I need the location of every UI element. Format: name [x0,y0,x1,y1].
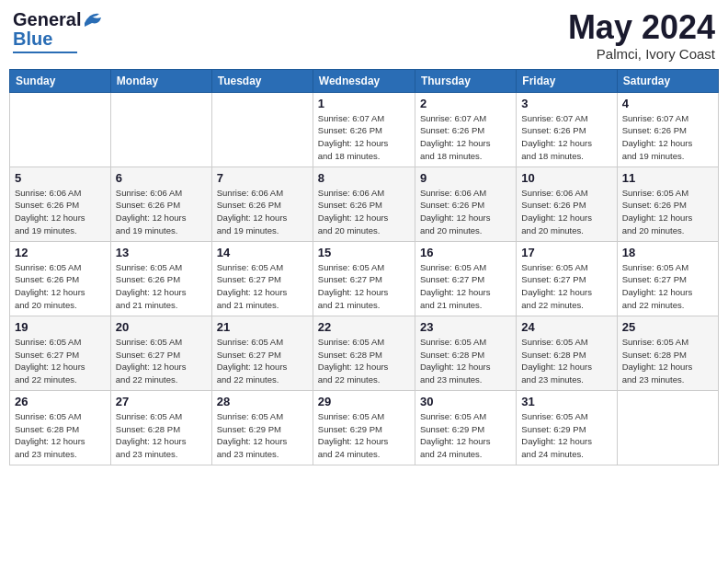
table-row: 10Sunrise: 6:06 AM Sunset: 6:26 PM Dayli… [517,167,617,241]
month-title: May 2024 [568,9,715,46]
day-number: 3 [521,97,611,110]
day-info: Sunrise: 6:05 AM Sunset: 6:28 PM Dayligh… [622,336,713,386]
day-info: Sunrise: 6:05 AM Sunset: 6:27 PM Dayligh… [217,336,308,386]
table-row: 7Sunrise: 6:06 AM Sunset: 6:26 PM Daylig… [211,167,313,241]
table-row: 16Sunrise: 6:05 AM Sunset: 6:27 PM Dayli… [415,241,516,316]
table-row: 17Sunrise: 6:05 AM Sunset: 6:27 PM Dayli… [517,241,617,316]
day-info: Sunrise: 6:06 AM Sunset: 6:26 PM Dayligh… [15,187,106,237]
day-info: Sunrise: 6:05 AM Sunset: 6:28 PM Dayligh… [420,336,511,386]
logo: General Blue [13,9,103,53]
day-number: 30 [420,395,511,408]
day-info: Sunrise: 6:05 AM Sunset: 6:28 PM Dayligh… [521,336,611,386]
table-row: 12Sunrise: 6:05 AM Sunset: 6:26 PM Dayli… [10,241,111,316]
day-number: 10 [521,171,611,185]
day-number: 26 [15,395,106,408]
day-info: Sunrise: 6:05 AM Sunset: 6:27 PM Dayligh… [217,261,308,312]
day-info: Sunrise: 6:05 AM Sunset: 6:29 PM Dayligh… [318,410,410,461]
day-number: 19 [15,320,106,334]
day-number: 7 [217,171,308,185]
day-info: Sunrise: 6:05 AM Sunset: 6:26 PM Dayligh… [15,261,106,312]
title-area: May 2024 Palmci, Ivory Coast [568,9,715,62]
table-row: 19Sunrise: 6:05 AM Sunset: 6:27 PM Dayli… [10,316,111,390]
day-number: 12 [15,246,106,259]
day-number: 14 [217,246,308,259]
table-row: 14Sunrise: 6:05 AM Sunset: 6:27 PM Dayli… [211,241,313,316]
header-friday: Friday [517,69,617,92]
table-row: 29Sunrise: 6:05 AM Sunset: 6:29 PM Dayli… [313,390,415,465]
calendar-header-row: Sunday Monday Tuesday Wednesday Thursday… [10,69,719,92]
day-info: Sunrise: 6:05 AM Sunset: 6:26 PM Dayligh… [622,187,713,237]
day-info: Sunrise: 6:05 AM Sunset: 6:26 PM Dayligh… [116,261,207,312]
day-number: 16 [420,246,511,259]
table-row: 13Sunrise: 6:05 AM Sunset: 6:26 PM Dayli… [110,241,211,316]
day-info: Sunrise: 6:05 AM Sunset: 6:27 PM Dayligh… [521,261,611,312]
day-number: 5 [15,171,106,185]
day-number: 8 [318,171,410,185]
day-number: 11 [622,171,713,185]
day-info: Sunrise: 6:05 AM Sunset: 6:27 PM Dayligh… [15,336,106,386]
day-number: 18 [622,246,713,259]
header-monday: Monday [110,69,211,92]
day-number: 1 [318,97,410,110]
day-info: Sunrise: 6:05 AM Sunset: 6:27 PM Dayligh… [318,261,410,312]
day-info: Sunrise: 6:06 AM Sunset: 6:26 PM Dayligh… [521,187,611,237]
table-row: 3Sunrise: 6:07 AM Sunset: 6:26 PM Daylig… [517,92,617,167]
table-row [110,92,211,167]
day-info: Sunrise: 6:05 AM Sunset: 6:27 PM Dayligh… [116,336,207,386]
day-number: 23 [420,320,511,334]
logo-blue: Blue [13,29,52,50]
logo-underline [13,52,77,53]
table-row: 6Sunrise: 6:06 AM Sunset: 6:26 PM Daylig… [110,167,211,241]
day-info: Sunrise: 6:05 AM Sunset: 6:28 PM Dayligh… [116,410,207,461]
day-number: 31 [521,395,611,408]
day-number: 25 [622,320,713,334]
table-row: 24Sunrise: 6:05 AM Sunset: 6:28 PM Dayli… [517,316,617,390]
logo-bird-icon [83,10,103,27]
table-row: 11Sunrise: 6:05 AM Sunset: 6:26 PM Dayli… [617,167,718,241]
table-row: 31Sunrise: 6:05 AM Sunset: 6:29 PM Dayli… [517,390,617,465]
day-number: 9 [420,171,511,185]
day-number: 4 [622,97,713,110]
day-info: Sunrise: 6:07 AM Sunset: 6:26 PM Dayligh… [622,112,713,163]
logo-general: General [13,9,81,30]
day-info: Sunrise: 6:05 AM Sunset: 6:28 PM Dayligh… [318,336,410,386]
header-tuesday: Tuesday [211,69,313,92]
table-row: 21Sunrise: 6:05 AM Sunset: 6:27 PM Dayli… [211,316,313,390]
day-number: 27 [116,395,207,408]
header-saturday: Saturday [617,69,718,92]
calendar-table: Sunday Monday Tuesday Wednesday Thursday… [9,69,719,465]
table-row: 9Sunrise: 6:06 AM Sunset: 6:26 PM Daylig… [415,167,516,241]
table-row: 1Sunrise: 6:07 AM Sunset: 6:26 PM Daylig… [313,92,415,167]
table-row [10,92,111,167]
table-row: 15Sunrise: 6:05 AM Sunset: 6:27 PM Dayli… [313,241,415,316]
table-row: 2Sunrise: 6:07 AM Sunset: 6:26 PM Daylig… [415,92,516,167]
day-number: 15 [318,246,410,259]
day-number: 17 [521,246,611,259]
day-number: 20 [116,320,207,334]
table-row: 27Sunrise: 6:05 AM Sunset: 6:28 PM Dayli… [110,390,211,465]
table-row: 23Sunrise: 6:05 AM Sunset: 6:28 PM Dayli… [415,316,516,390]
day-info: Sunrise: 6:05 AM Sunset: 6:29 PM Dayligh… [217,410,308,461]
day-info: Sunrise: 6:07 AM Sunset: 6:26 PM Dayligh… [318,112,410,163]
day-info: Sunrise: 6:07 AM Sunset: 6:26 PM Dayligh… [420,112,511,163]
header-sunday: Sunday [10,69,111,92]
day-info: Sunrise: 6:05 AM Sunset: 6:27 PM Dayligh… [622,261,713,312]
table-row: 28Sunrise: 6:05 AM Sunset: 6:29 PM Dayli… [211,390,313,465]
day-info: Sunrise: 6:06 AM Sunset: 6:26 PM Dayligh… [217,187,308,237]
table-row: 26Sunrise: 6:05 AM Sunset: 6:28 PM Dayli… [10,390,111,465]
day-info: Sunrise: 6:06 AM Sunset: 6:26 PM Dayligh… [116,187,207,237]
location: Palmci, Ivory Coast [568,46,715,62]
day-info: Sunrise: 6:05 AM Sunset: 6:29 PM Dayligh… [420,410,511,461]
table-row: 8Sunrise: 6:06 AM Sunset: 6:26 PM Daylig… [313,167,415,241]
day-number: 29 [318,395,410,408]
table-row [617,390,718,465]
table-row: 5Sunrise: 6:06 AM Sunset: 6:26 PM Daylig… [10,167,111,241]
day-number: 13 [116,246,207,259]
day-number: 24 [521,320,611,334]
day-info: Sunrise: 6:07 AM Sunset: 6:26 PM Dayligh… [521,112,611,163]
day-number: 22 [318,320,410,334]
day-info: Sunrise: 6:05 AM Sunset: 6:27 PM Dayligh… [420,261,511,312]
header-thursday: Thursday [415,69,516,92]
day-number: 2 [420,97,511,110]
day-number: 21 [217,320,308,334]
